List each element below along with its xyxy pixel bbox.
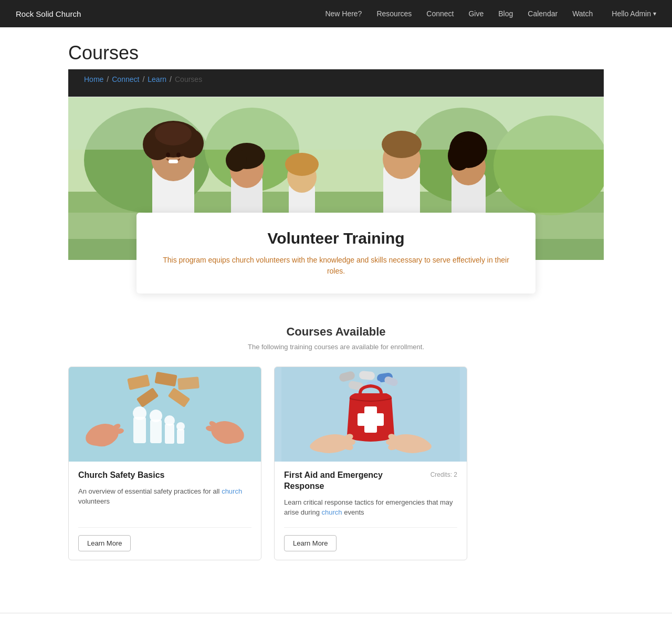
nav-item-resources[interactable]: Resources — [376, 9, 412, 18]
course-title-safety: Church Safety Basics — [78, 470, 165, 481]
nav-link-watch[interactable]: Watch — [572, 9, 593, 18]
course-card-body-firstaid: First Aid and Emergency Response Credits… — [275, 462, 467, 560]
svg-point-20 — [226, 149, 247, 172]
nav-item-blog[interactable]: Blog — [498, 9, 513, 18]
church-link-firstaid[interactable]: church — [322, 508, 342, 516]
course-header-safety: Church Safety Basics — [78, 470, 251, 481]
course-header-firstaid: First Aid and Emergency Response Credits… — [284, 470, 457, 492]
breadcrumb-sep-1: / — [107, 75, 109, 83]
nav-item-watch[interactable]: Watch — [572, 9, 593, 18]
svg-point-40 — [133, 406, 146, 420]
nav-link-connect[interactable]: Connect — [426, 9, 454, 18]
nav-links: New Here? Resources Connect Give Blog Ca… — [325, 9, 593, 18]
svg-point-46 — [176, 422, 185, 431]
courses-section-title: Courses Available — [68, 325, 604, 339]
svg-point-15 — [176, 153, 181, 158]
courses-section-subtitle: The following training courses are avail… — [68, 343, 604, 351]
breadcrumb-sep-3: / — [170, 75, 172, 83]
brand-name: Rock Solid Church — [16, 9, 81, 18]
learn-more-button-safety[interactable]: Learn More — [78, 535, 131, 551]
course-desc-firstaid: Learn critical response tactics for emer… — [284, 497, 457, 518]
footer: Powered by: Rock RMS 3120 W Cholla St Ph… — [0, 613, 672, 617]
svg-rect-59 — [358, 413, 384, 426]
course-credits-firstaid: Credits: 2 — [430, 470, 457, 478]
svg-rect-45 — [177, 429, 184, 444]
breadcrumb-sep-2: / — [142, 75, 144, 83]
svg-rect-43 — [165, 424, 174, 444]
nav-link-give[interactable]: Give — [468, 9, 484, 18]
page-title-section: Courses Home / Connect / Learn / Courses — [68, 27, 604, 97]
courses-grid: Church Safety Basics An overview of esse… — [68, 367, 467, 560]
svg-point-44 — [164, 415, 175, 426]
breadcrumb-home[interactable]: Home — [84, 75, 103, 83]
svg-point-42 — [150, 410, 162, 422]
svg-rect-16 — [169, 160, 178, 163]
course-footer-safety: Learn More — [78, 527, 251, 551]
hero-title: Volunteer Training — [158, 229, 514, 247]
nav-link-new-here[interactable]: New Here? — [325, 9, 362, 18]
church-link-safety[interactable]: church — [222, 487, 242, 495]
svg-point-30 — [448, 141, 471, 171]
breadcrumb-connect[interactable]: Connect — [112, 75, 139, 83]
svg-rect-39 — [133, 417, 146, 443]
svg-rect-36 — [177, 377, 200, 390]
breadcrumb-learn[interactable]: Learn — [148, 75, 166, 83]
navbar: Rock Solid Church New Here? Resources Co… — [0, 0, 672, 27]
nav-link-resources[interactable]: Resources — [376, 9, 412, 18]
nav-item-give[interactable]: Give — [468, 9, 484, 18]
svg-point-26 — [382, 131, 422, 158]
course-image-firstaid — [275, 367, 467, 462]
hero-overlay-card: Volunteer Training This program equips c… — [136, 213, 536, 294]
course-card-firstaid: First Aid and Emergency Response Credits… — [274, 367, 467, 560]
course-card-safety: Church Safety Basics An overview of esse… — [68, 367, 261, 560]
breadcrumb: Home / Connect / Learn / Courses — [68, 69, 604, 97]
course-desc-safety: An overview of essential safety practice… — [78, 486, 251, 518]
course-card-body-safety: Church Safety Basics An overview of esse… — [69, 462, 261, 560]
hero-section: Volunteer Training This program equips c… — [68, 97, 604, 294]
courses-header: Courses Available The following training… — [68, 325, 604, 351]
nav-link-calendar[interactable]: Calendar — [528, 9, 558, 18]
page-title: Courses — [68, 42, 604, 64]
nav-item-calendar[interactable]: Calendar — [528, 9, 558, 18]
hero-description: This program equips church volunteers wi… — [158, 255, 514, 277]
course-title-firstaid: First Aid and Emergency Response — [284, 470, 424, 492]
nav-item-new-here[interactable]: New Here? — [325, 9, 362, 18]
breadcrumb-current: Courses — [175, 75, 202, 83]
course-image-safety — [69, 367, 261, 462]
courses-section: Courses Available The following training… — [68, 325, 604, 560]
course-footer-firstaid: Learn More — [284, 527, 457, 551]
nav-link-blog[interactable]: Blog — [498, 9, 513, 18]
svg-point-23 — [285, 153, 319, 176]
user-menu[interactable]: Hello Admin — [612, 9, 656, 18]
svg-point-14 — [166, 153, 170, 158]
nav-item-connect[interactable]: Connect — [426, 9, 454, 18]
svg-point-13 — [155, 122, 192, 145]
page-wrapper: Courses Home / Connect / Learn / Courses — [47, 27, 625, 592]
learn-more-button-firstaid[interactable]: Learn More — [284, 535, 337, 551]
svg-rect-41 — [150, 420, 162, 443]
